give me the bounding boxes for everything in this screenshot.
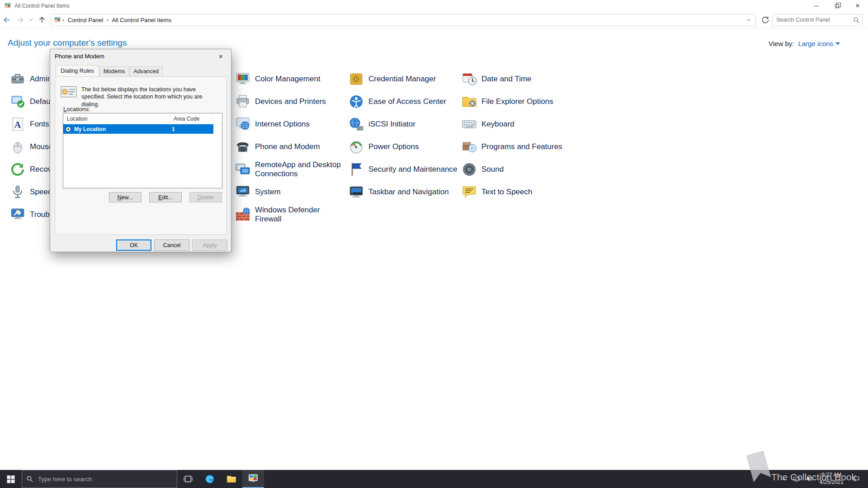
search-input[interactable]	[776, 17, 853, 23]
system-icon	[235, 184, 250, 200]
minimize-button[interactable]	[806, 0, 826, 12]
mouse-icon	[10, 139, 25, 155]
restore-button[interactable]	[826, 0, 847, 12]
file-explorer-button[interactable]	[221, 470, 242, 488]
cpl-item-color-management[interactable]: Color Management	[235, 70, 321, 88]
taskbar: 9:27 AM 4/25/2021	[0, 470, 868, 488]
cpl-item-internet-options[interactable]: Internet Options	[235, 115, 310, 133]
refresh-button[interactable]	[759, 13, 772, 27]
toolbar: › Control Panel › All Control Panel Item…	[0, 12, 868, 28]
remoteapp-icon	[235, 162, 250, 177]
cpl-item-label: Taskbar and Navigation	[368, 188, 449, 197]
column-header-location[interactable]: Location	[63, 113, 170, 124]
cpl-item-programs-and-features[interactable]: Programs and Features	[462, 138, 562, 156]
recovery-icon	[10, 162, 25, 177]
start-button[interactable]	[0, 470, 22, 488]
view-by-value[interactable]: Large icons	[798, 40, 833, 47]
cpl-item-fonts[interactable]: AFonts	[10, 115, 49, 133]
dialog-title-bar[interactable]: Phone and Modem ×	[50, 49, 231, 63]
svg-text:A: A	[14, 120, 21, 130]
color-management-icon	[235, 71, 250, 87]
cpl-item-system[interactable]: System	[235, 183, 281, 201]
close-icon: ×	[855, 2, 859, 9]
cpl-item-label: System	[255, 188, 281, 197]
cpl-item-mouse[interactable]: Mouse	[10, 138, 53, 156]
dialing-rules-icon	[61, 84, 77, 99]
cpl-item-devices-and-printers[interactable]: Devices and Printers	[235, 93, 326, 111]
task-view-icon	[183, 474, 193, 484]
back-button[interactable]	[0, 13, 14, 27]
tab-modems[interactable]: Modems	[99, 66, 129, 76]
column-header-area-code[interactable]: Area Code	[170, 113, 213, 124]
forward-button[interactable]	[14, 13, 27, 27]
list-header: Location Area Code	[63, 113, 222, 124]
ease-of-access-icon	[349, 94, 364, 109]
cpl-item-remoteapp[interactable]: RemoteApp and Desktop Connections	[235, 158, 341, 181]
edit-button[interactable]: Edit...	[149, 192, 182, 202]
search-icon[interactable]	[853, 16, 860, 24]
cpl-item-taskbar-and-navigation[interactable]: Taskbar and Navigation	[349, 183, 449, 201]
cpl-item-phone-and-modem[interactable]: Phone and Modem	[235, 138, 320, 156]
taskbar-search-box	[22, 470, 177, 488]
locations-label: Locations:	[63, 106, 90, 113]
volume-tray-button[interactable]	[803, 470, 816, 488]
search-icon	[26, 475, 34, 483]
taskbar-clock[interactable]: 9:27 AM 4/25/2021	[816, 472, 848, 486]
new-button[interactable]: New...	[109, 192, 142, 202]
cpl-item-credential-manager[interactable]: Credential Manager	[349, 70, 436, 88]
cpl-item-label: Security and Maintenance	[368, 165, 458, 174]
title-bar: All Control Panel Items ×	[0, 0, 868, 12]
address-bar[interactable]: › Control Panel › All Control Panel Item…	[51, 14, 756, 26]
cpl-item-security-and-maintenance[interactable]: Security and Maintenance	[349, 160, 458, 178]
refresh-icon	[760, 15, 770, 25]
cpl-item-file-explorer-options[interactable]: File Explorer Options	[462, 93, 553, 111]
restore-icon	[835, 4, 839, 8]
cpl-item-label: Internet Options	[255, 120, 310, 129]
cpl-item-text-to-speech[interactable]: Text to Speech	[462, 183, 532, 201]
clock-time: 9:27 AM	[820, 472, 844, 479]
tab-dialing-rules[interactable]: Dialing Rules	[56, 65, 99, 76]
close-window-button[interactable]: ×	[847, 0, 868, 12]
cpl-item-keyboard[interactable]: Keyboard	[462, 115, 514, 133]
taskbar-search-input[interactable]	[38, 476, 173, 483]
cancel-button[interactable]: Cancel	[154, 239, 189, 251]
dialog-close-button[interactable]: ×	[211, 50, 231, 63]
cpl-item-power-options[interactable]: Power Options	[349, 138, 419, 156]
breadcrumb-control-panel[interactable]: Control Panel	[66, 17, 105, 23]
file-explorer-icon	[226, 474, 237, 484]
cpl-item-label: iSCSI Initiator	[368, 120, 415, 129]
windows-start-icon	[5, 474, 16, 484]
tab-advanced[interactable]: Advanced	[130, 66, 163, 76]
control-panel-icon	[248, 473, 259, 484]
cpl-item-date-and-time[interactable]: Date and Time	[462, 70, 532, 88]
cpl-item-label: RemoteApp and Desktop Connections	[255, 160, 341, 178]
action-center-icon	[852, 475, 860, 483]
cpl-item-ease-of-access-center[interactable]: Ease of Access Center	[349, 93, 446, 111]
list-row-my-location[interactable]: My Location 1	[63, 124, 213, 134]
sound-icon	[462, 162, 477, 177]
action-center-button[interactable]	[848, 470, 865, 488]
breadcrumb-all-control-panel-items[interactable]: All Control Panel Items	[110, 17, 173, 23]
cpl-item-iscsi-initiator[interactable]: iSCSI Initiator	[349, 115, 415, 133]
dialog-description: The list below displays the locations yo…	[81, 86, 220, 108]
up-button[interactable]	[35, 13, 49, 27]
cpl-item-sound[interactable]: Sound	[462, 160, 504, 178]
dialog-tabs: Dialing Rules Modems Advanced	[56, 66, 163, 76]
task-view-button[interactable]	[177, 470, 199, 488]
view-by-label: View by:	[769, 40, 794, 47]
troubleshooting-icon	[10, 207, 25, 222]
location-cell: My Location	[74, 126, 168, 132]
edge-button[interactable]	[199, 470, 221, 488]
locations-list[interactable]: Location Area Code My Location 1	[63, 113, 222, 188]
window-controls: ×	[806, 0, 868, 12]
address-dropdown-icon[interactable]	[745, 16, 753, 24]
control-panel-taskbar-button[interactable]	[242, 470, 264, 488]
network-tray-button[interactable]	[790, 470, 803, 488]
ok-button[interactable]: OK	[116, 239, 151, 251]
cpl-item-label: Text to Speech	[481, 188, 532, 197]
cpl-item-windows-defender-firewall[interactable]: Windows Defender Firewall	[235, 203, 341, 226]
tray-expand-button[interactable]	[778, 470, 790, 488]
recent-pages-button[interactable]	[27, 13, 35, 27]
chevron-down-icon	[28, 16, 35, 23]
speech-recognition-icon	[10, 184, 25, 200]
